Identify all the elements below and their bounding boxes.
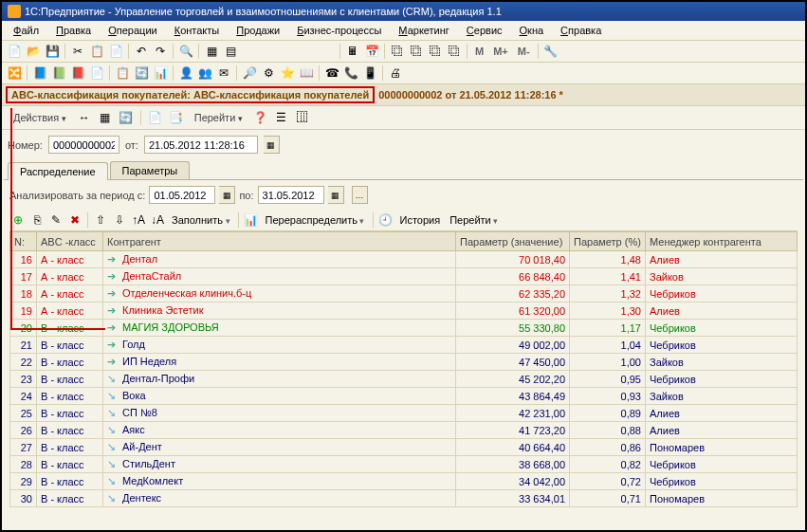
print-icon[interactable]: 🖨 (387, 64, 404, 82)
go-dropdown[interactable]: Перейти (446, 212, 502, 228)
table-row[interactable]: 21В - класс➔Голд49 002,001,04Чебриков (10, 337, 798, 354)
tab-distribution[interactable]: Распределение (8, 162, 108, 180)
table-row[interactable]: 26В - класс↘Аякс41 723,200,88Алиев (10, 422, 798, 439)
table-row[interactable]: 30В - класс↘Дентекс33 634,010,71Пономаре… (10, 490, 798, 507)
toggle-icon[interactable]: ☰ (273, 109, 290, 126)
switch-icon[interactable]: 🔀 (6, 64, 23, 82)
chart-icon[interactable]: 📊 (152, 64, 169, 82)
tool-icon[interactable]: ▦ (203, 43, 220, 60)
table-row[interactable]: 23В - класс↘Дентал-Профи45 202,200,95Чеб… (10, 371, 798, 388)
data-grid[interactable]: N: ABC -класс Контрагент Параметр (значе… (9, 231, 798, 507)
col-abc[interactable]: ABC -класс (37, 232, 103, 251)
period-select-button[interactable]: … (352, 186, 368, 204)
sort-asc-icon[interactable]: ↑A (130, 211, 147, 229)
star-icon[interactable]: ⭐ (279, 64, 296, 82)
tree-icon[interactable]: ⿻ (389, 43, 406, 60)
col-agent[interactable]: Контрагент (103, 232, 456, 251)
menu-biz[interactable]: Бизнес-процессы (289, 23, 389, 38)
sheet-icon[interactable]: 📄 (88, 64, 105, 82)
table-row[interactable]: 27В - класс↘Ай-Дент40 664,400,86Пономаре… (10, 439, 798, 456)
go-dropdown[interactable]: Перейти (189, 110, 248, 125)
col-n[interactable]: N: (10, 232, 37, 251)
date-icon[interactable]: 📅 (363, 43, 380, 60)
col-param-pct[interactable]: Параметр (%) (570, 232, 646, 251)
table-row[interactable]: 16А - класс➔Дентал70 018,401,48Алиев (10, 251, 798, 268)
phone-icon[interactable]: 📱 (361, 64, 378, 82)
help-icon[interactable]: ❓ (252, 109, 269, 126)
refresh-icon[interactable]: 🔄 (118, 109, 135, 126)
add-copy-icon[interactable]: ⎘ (28, 211, 46, 229)
table-row[interactable]: 20В - класс➔МАГИЯ ЗДОРОВЬЯ55 330,801,17Ч… (10, 320, 798, 337)
delete-icon[interactable]: ✖ (66, 211, 83, 229)
period-to-input[interactable] (258, 186, 324, 204)
user-icon[interactable]: 👤 (177, 64, 194, 82)
list-icon[interactable]: 📋 (114, 64, 131, 82)
table-row[interactable]: 28В - класс↘СтильДент38 668,000,82Чебрик… (10, 456, 798, 473)
table-row[interactable]: 22В - класс➔ИП Неделя47 450,001,00Зайков (10, 354, 798, 371)
number-input[interactable] (48, 136, 119, 154)
post-icon[interactable]: ↔ (76, 109, 93, 126)
menu-windows[interactable]: Окна (512, 23, 552, 38)
doc-icon[interactable]: 📑 (168, 109, 185, 126)
new-icon[interactable]: 📄 (6, 43, 23, 60)
mail-icon[interactable]: ✉ (215, 64, 232, 82)
redistribute-dropdown[interactable]: Перераспределить (262, 212, 369, 228)
refresh-icon[interactable]: 🔄 (133, 64, 150, 82)
period-from-input[interactable] (149, 186, 215, 204)
table-row[interactable]: 17А - класс➔ДентаСтайл66 848,401,41Зайко… (10, 268, 798, 285)
m-button[interactable]: M (471, 46, 487, 57)
phone-icon[interactable]: ☎ (323, 64, 340, 82)
table-row[interactable]: 18А - класс➔Отделенческая клинич.б-ц62 3… (10, 285, 798, 303)
user-icon[interactable]: 👥 (196, 64, 213, 82)
phone-icon[interactable]: 📞 (342, 64, 359, 82)
cut-icon[interactable]: ✂ (69, 43, 86, 60)
tool-icon[interactable]: ⚙ (260, 64, 277, 82)
save-icon[interactable]: 💾 (44, 43, 61, 60)
menu-marketing[interactable]: Маркетинг (391, 23, 457, 38)
tab-parameters[interactable]: Параметры (110, 161, 191, 179)
settings-icon[interactable]: 🔧 (542, 43, 559, 60)
sort-desc-icon[interactable]: ↓A (149, 211, 166, 229)
grid-icon[interactable]: ▦ (97, 109, 114, 126)
magnify-icon[interactable]: 🔎 (241, 64, 258, 82)
col-manager[interactable]: Менеджер контрагента (646, 232, 798, 251)
table-row[interactable]: 25В - класс↘СП №842 231,000,89Алиев (10, 405, 798, 422)
paste-icon[interactable]: 📄 (107, 43, 124, 60)
menu-file[interactable]: Файл (6, 23, 46, 38)
history-icon[interactable]: 🕘 (377, 211, 394, 229)
calendar-icon[interactable]: ▦ (264, 136, 280, 154)
table-row[interactable]: 19А - класс➔Клиника Эстетик61 320,001,30… (10, 303, 798, 320)
undo-icon[interactable]: ↶ (133, 43, 150, 60)
col-param-val[interactable]: Параметр (значение) (456, 232, 570, 251)
move-down-icon[interactable]: ⇩ (111, 211, 128, 229)
calendar-icon[interactable]: ▦ (219, 186, 235, 204)
find-icon[interactable]: 🔍 (177, 43, 194, 60)
table-row[interactable]: 24В - класс↘Вока43 864,490,93Зайков (10, 388, 798, 405)
toggle-icon[interactable]: ⿲ (294, 109, 311, 126)
tool-icon[interactable]: ▤ (222, 43, 239, 60)
tree-icon[interactable]: ⿻ (408, 43, 425, 60)
menu-contacts[interactable]: Контакты (167, 23, 228, 38)
menu-sales[interactable]: Продажи (229, 23, 287, 38)
distribute-icon[interactable]: 📊 (243, 211, 260, 229)
doc-icon[interactable]: 📗 (50, 64, 67, 82)
menu-service[interactable]: Сервис (459, 23, 510, 38)
menu-help[interactable]: Справка (553, 23, 609, 38)
move-up-icon[interactable]: ⇧ (92, 211, 109, 229)
redo-icon[interactable]: ↷ (152, 43, 169, 60)
tree-icon[interactable]: ⿻ (446, 43, 463, 60)
mminus-button[interactable]: M- (514, 46, 534, 57)
table-row[interactable]: 29В - класс↘МедКомлект34 042,000,72Чебри… (10, 473, 798, 490)
doc-icon[interactable]: 📕 (69, 64, 86, 82)
menu-edit[interactable]: Правка (48, 23, 99, 38)
copy-icon[interactable]: 📋 (88, 43, 105, 60)
sheet-icon[interactable]: 📄 (147, 109, 164, 126)
doc-icon[interactable]: 📘 (31, 64, 48, 82)
menu-operations[interactable]: Операции (101, 23, 164, 38)
calc-icon[interactable]: 🖩 (344, 43, 361, 60)
fill-dropdown[interactable]: Заполнить (168, 212, 234, 228)
date-input[interactable] (144, 136, 258, 154)
actions-dropdown[interactable]: Действия (8, 110, 72, 125)
calendar-icon[interactable]: ▦ (328, 186, 344, 204)
history-label[interactable]: История (396, 212, 445, 228)
